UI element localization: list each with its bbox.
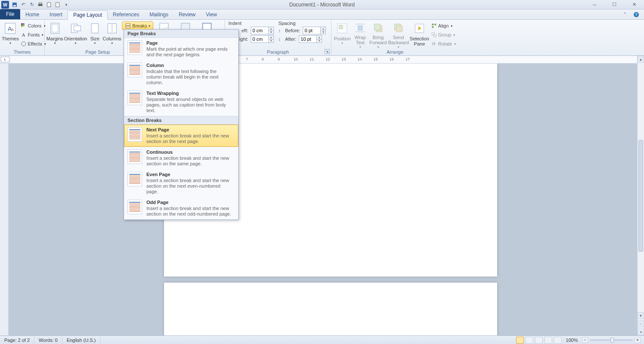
menu-item-text-wrapping-break[interactable]: Text WrappingSeparate text around object… xyxy=(124,88,238,116)
svg-text:?: ? xyxy=(635,12,638,17)
document-page-2[interactable] xyxy=(164,283,497,335)
menu-item-next-page-break[interactable]: Next PageInsert a section break and star… xyxy=(124,125,238,147)
page-break-desc: Mark the point at which one page ends an… xyxy=(146,46,232,58)
wrap-text-button[interactable]: WrapText xyxy=(352,21,368,49)
view-outline-button[interactable] xyxy=(544,337,552,344)
document-area xyxy=(0,64,637,335)
svg-rect-2 xyxy=(38,4,43,6)
theme-colors-button[interactable]: Colors▾ xyxy=(20,21,47,30)
orientation-button[interactable]: Orientation xyxy=(64,21,87,49)
redo-icon[interactable]: ↻ xyxy=(29,2,35,8)
column-break-title: Column xyxy=(146,63,232,68)
tab-mailings[interactable]: Mailings xyxy=(144,10,173,19)
selection-pane-label: SelectionPane xyxy=(410,36,429,46)
minimize-button[interactable]: ─ xyxy=(585,0,605,9)
close-button[interactable]: ✕ xyxy=(624,0,644,9)
breaks-button[interactable]: Breaks▾ xyxy=(122,21,153,30)
status-page[interactable]: Page: 2 of 2 xyxy=(0,336,34,344)
tab-file[interactable]: File xyxy=(0,9,20,19)
horizontal-ruler[interactable]: 34567891011121314151617 xyxy=(10,56,637,63)
zoom-out-button[interactable]: − xyxy=(582,337,588,343)
svg-rect-44 xyxy=(434,34,436,37)
vertical-ruler[interactable] xyxy=(0,64,9,335)
tab-review[interactable]: Review xyxy=(173,10,200,19)
tab-view[interactable]: View xyxy=(201,10,222,19)
view-web-layout-button[interactable] xyxy=(535,337,543,344)
bring-forward-icon xyxy=(371,21,385,34)
paragraph-dialog-launcher[interactable]: ⬊ xyxy=(325,49,330,54)
rotate-button[interactable]: ⟳Rotate▾ xyxy=(430,40,457,48)
bring-forward-button[interactable]: BringForward xyxy=(369,21,387,49)
theme-effects-button[interactable]: Effects▾ xyxy=(20,40,47,48)
undo-icon[interactable]: ↶ xyxy=(20,2,26,8)
zoom-level[interactable]: 100% xyxy=(566,338,578,343)
tab-selector[interactable]: L xyxy=(1,57,9,62)
menu-item-page-break[interactable]: PageMark the point at which one page end… xyxy=(124,38,238,60)
spacing-before-icon: ↕ xyxy=(276,27,283,33)
print-preview-icon[interactable] xyxy=(46,2,52,8)
send-backward-label: SendBackward xyxy=(388,35,409,45)
colors-icon xyxy=(21,23,27,29)
status-words[interactable]: Words: 0 xyxy=(34,336,62,344)
menu-item-odd-page-break[interactable]: Odd PageInsert a section break and start… xyxy=(124,197,238,219)
spacing-before-input[interactable]: ▲▼ xyxy=(303,27,326,34)
menu-item-even-page-break[interactable]: Even PageInsert a section break and star… xyxy=(124,169,238,197)
indent-left-input[interactable]: ▲▼ xyxy=(251,27,274,34)
qat-customize-icon[interactable]: ▾ xyxy=(63,2,69,8)
selection-pane-button[interactable]: SelectionPane xyxy=(410,21,429,49)
theme-fonts-button[interactable]: AFonts▾ xyxy=(20,30,47,39)
print-icon[interactable] xyxy=(37,2,43,8)
spacing-after-input[interactable]: ▲▼ xyxy=(299,35,322,43)
tab-page-layout[interactable]: Page Layout xyxy=(67,10,107,20)
align-button[interactable]: Align▾ xyxy=(430,21,457,30)
scroll-up-button[interactable]: ▲ xyxy=(638,56,644,63)
indent-right-input[interactable]: ▲▼ xyxy=(251,35,274,43)
tab-insert[interactable]: Insert xyxy=(44,10,67,19)
group-objects-button[interactable]: Group▾ xyxy=(430,30,457,39)
next-page-button[interactable]: ▾ xyxy=(638,329,644,335)
wrap-text-icon xyxy=(353,21,367,34)
group-themes: Aa Themes Colors▾ AFonts▾ Effects▾ Theme… xyxy=(0,20,45,55)
help-icon[interactable]: ? xyxy=(633,11,640,18)
save-icon[interactable] xyxy=(12,2,18,8)
window-title: Document1 - Microsoft Word xyxy=(289,2,355,8)
horizontal-ruler-row: L 34567891011121314151617 xyxy=(0,56,644,64)
send-backward-button[interactable]: SendBackward xyxy=(388,21,409,49)
columns-button[interactable]: Columns xyxy=(103,21,121,49)
menu-item-column-break[interactable]: ColumnIndicate that the text following t… xyxy=(124,60,238,88)
breaks-label: Breaks xyxy=(132,23,147,28)
scroll-track[interactable] xyxy=(638,63,644,312)
size-button[interactable]: Size xyxy=(88,21,102,49)
minimize-ribbon-icon[interactable]: ˄ xyxy=(622,11,629,18)
tab-home[interactable]: Home xyxy=(20,10,44,19)
position-button[interactable]: Position xyxy=(333,21,352,49)
view-draft-button[interactable] xyxy=(554,337,562,344)
text-wrapping-break-icon xyxy=(128,91,142,105)
even-page-break-icon xyxy=(128,172,142,186)
page-break-icon xyxy=(128,40,142,55)
zoom-in-button[interactable]: + xyxy=(635,337,641,343)
new-doc-icon[interactable] xyxy=(55,2,61,8)
align-icon xyxy=(431,23,437,29)
vertical-scrollbar[interactable]: ▲ ▼ ◦ ▾ xyxy=(637,56,644,335)
zoom-slider[interactable] xyxy=(590,339,633,341)
previous-page-button[interactable]: ◦ xyxy=(638,320,644,327)
themes-button[interactable]: Aa Themes xyxy=(2,21,19,49)
tab-references[interactable]: References xyxy=(108,10,144,19)
svg-rect-31 xyxy=(358,26,362,30)
svg-rect-19 xyxy=(74,26,81,31)
view-print-layout-button[interactable] xyxy=(516,337,524,344)
view-full-screen-button[interactable] xyxy=(526,337,533,344)
scroll-down-button[interactable]: ▼ xyxy=(638,312,644,319)
menu-item-continuous-break[interactable]: ContinuousInsert a section break and sta… xyxy=(124,147,238,169)
svg-rect-14 xyxy=(23,25,24,27)
zoom-slider-thumb[interactable] xyxy=(611,338,614,343)
margins-button[interactable]: Margins xyxy=(46,21,63,49)
maximize-button[interactable]: ☐ xyxy=(605,0,624,9)
scroll-thumb[interactable] xyxy=(638,140,643,252)
even-page-desc: Insert a section break and start the new… xyxy=(146,178,232,195)
status-language[interactable]: English (U.S.) xyxy=(62,336,100,344)
even-page-title: Even Page xyxy=(146,172,232,177)
document-scroll[interactable] xyxy=(9,64,637,335)
group-label-paragraph: Paragraph xyxy=(227,49,329,55)
